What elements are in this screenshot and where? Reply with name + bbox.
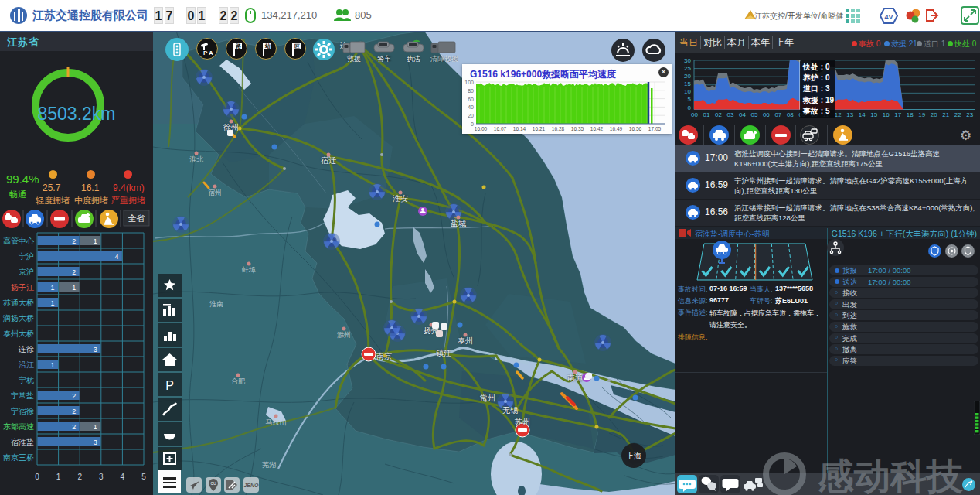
- svg-text:宿淮盐: 宿淮盐: [11, 438, 34, 446]
- svg-text:高管中心: 高管中心: [3, 237, 35, 245]
- svg-text:5: 5: [141, 473, 146, 481]
- svg-text:常州: 常州: [480, 394, 495, 402]
- svg-text:40: 40: [468, 104, 474, 110]
- svg-text:0: 0: [35, 473, 39, 481]
- svg-text:0: 0: [471, 121, 474, 127]
- svg-text:东部高速: 东部高速: [3, 422, 34, 431]
- svg-text:100: 100: [464, 80, 474, 85]
- svg-text:60: 60: [468, 97, 474, 102]
- svg-text:4: 4: [114, 253, 118, 261]
- svg-text:淮安: 淮安: [393, 194, 408, 203]
- svg-text:泰州: 泰州: [458, 336, 473, 345]
- svg-text:16:49: 16:49: [610, 126, 623, 131]
- svg-text:警车: 警车: [377, 55, 391, 62]
- svg-text:2: 2: [77, 473, 82, 481]
- svg-text:16:00: 16:00: [475, 126, 488, 131]
- svg-text:南京: 南京: [376, 352, 392, 360]
- svg-text:2: 2: [72, 268, 76, 276]
- svg-text:4: 4: [121, 473, 125, 481]
- svg-text:1: 1: [72, 284, 76, 292]
- svg-text:沿江: 沿江: [19, 360, 34, 369]
- svg-text:宿州: 宿州: [208, 189, 222, 196]
- svg-text:镇江: 镇江: [436, 349, 451, 357]
- svg-text:芜湖: 芜湖: [262, 461, 276, 469]
- svg-text:宁杭: 宁杭: [19, 376, 34, 384]
- svg-text:盐城: 盐城: [451, 219, 466, 227]
- svg-text:南京三桥: 南京三桥: [3, 453, 34, 462]
- svg-text:80: 80: [468, 88, 474, 94]
- svg-text:苏州: 苏州: [514, 418, 530, 426]
- svg-text:全省: 全省: [128, 213, 145, 223]
- svg-text:无锡: 无锡: [502, 406, 518, 415]
- svg-text:4V: 4V: [884, 13, 893, 21]
- svg-text:16:35: 16:35: [571, 126, 584, 131]
- svg-text:连徐: 连徐: [19, 345, 34, 353]
- svg-text:南通: 南通: [567, 374, 583, 382]
- svg-text:宿迁: 宿迁: [321, 156, 336, 165]
- svg-text:润扬大桥: 润扬大桥: [2, 314, 34, 323]
- svg-text:京沪: 京沪: [19, 268, 34, 276]
- svg-text:淮南: 淮南: [209, 300, 223, 308]
- svg-text:路: 路: [235, 43, 242, 50]
- svg-text:1: 1: [94, 423, 97, 431]
- svg-text:2: 2: [72, 408, 76, 415]
- svg-text:20: 20: [468, 113, 474, 118]
- svg-text:JENO: JENO: [243, 483, 259, 488]
- svg-text:P: P: [203, 50, 208, 56]
- svg-text:3: 3: [94, 439, 97, 446]
- svg-text:1: 1: [94, 237, 97, 245]
- svg-text:滁州: 滁州: [337, 331, 351, 339]
- svg-text:16:42: 16:42: [590, 126, 604, 131]
- svg-text:2: 2: [72, 237, 76, 245]
- svg-text:马鞍山: 马鞍山: [266, 418, 287, 426]
- svg-text:蚌埠: 蚌埠: [242, 266, 256, 274]
- svg-text:1: 1: [56, 473, 61, 481]
- svg-text:区: 区: [294, 43, 300, 49]
- svg-text:合肥: 合肥: [231, 377, 246, 385]
- svg-text:泰州大桥: 泰州大桥: [3, 329, 34, 338]
- svg-text:A: A: [209, 50, 213, 56]
- svg-text:3: 3: [99, 473, 104, 481]
- svg-text:苏通大桥: 苏通大桥: [2, 299, 34, 307]
- svg-text:CU: CU: [210, 481, 216, 486]
- svg-text:2: 2: [72, 392, 76, 400]
- svg-text:宁宿徐: 宁宿徐: [11, 407, 34, 415]
- svg-text:救援: 救援: [346, 55, 361, 62]
- svg-text:宁沪: 宁沪: [19, 252, 34, 261]
- svg-text:16:07: 16:07: [494, 126, 507, 131]
- svg-text:16:28: 16:28: [552, 126, 565, 131]
- svg-text:扬子江: 扬子江: [11, 283, 34, 292]
- svg-text:2: 2: [72, 423, 76, 431]
- svg-text:1: 1: [51, 361, 55, 369]
- svg-text:1: 1: [51, 284, 55, 292]
- svg-text:执法: 执法: [407, 55, 420, 62]
- svg-text:16:56: 16:56: [629, 126, 642, 131]
- svg-text:3: 3: [94, 346, 97, 353]
- svg-text:清障救援: 清障救援: [430, 55, 458, 62]
- svg-text:上海: 上海: [625, 452, 641, 460]
- svg-text:站: 站: [264, 43, 271, 50]
- svg-text:宁常盐: 宁常盐: [11, 391, 34, 400]
- svg-text:P: P: [165, 379, 174, 392]
- svg-text:16:14: 16:14: [513, 126, 526, 131]
- svg-text:淮北: 淮北: [189, 155, 203, 163]
- svg-text:17:05: 17:05: [648, 126, 662, 131]
- svg-text:16:21: 16:21: [533, 126, 546, 131]
- svg-text:1: 1: [51, 299, 55, 307]
